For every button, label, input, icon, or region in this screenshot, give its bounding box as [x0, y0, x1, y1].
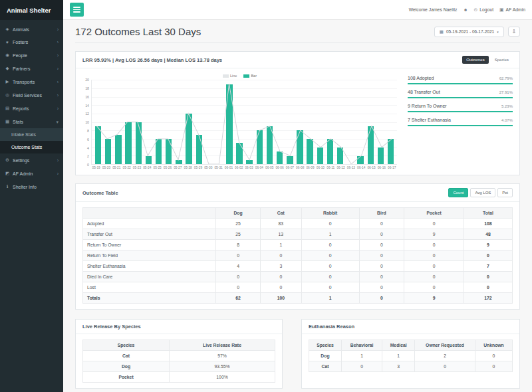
row-label: Died In Care [83, 272, 216, 282]
cell: 100% [170, 372, 275, 383]
date-range-value: 05-19-2021 - 06-17-2021 [446, 29, 494, 34]
column-header: Species [309, 340, 342, 351]
live-release-table: SpeciesLive Release RateCat97%Dog93.55%P… [82, 340, 275, 383]
outcome-summary-list: 108 Adopted62.79%48 Transfer Out27.91%9 … [408, 74, 513, 169]
summary-9-return-to-owner: 9 Return To Owner5.23% [408, 104, 513, 112]
row-label: Return To Owner [83, 240, 216, 250]
x-tick-label: 05-23 [132, 166, 142, 169]
bar-slot [234, 80, 244, 164]
outcome-table-title: Outcome Table [82, 190, 118, 196]
cell: 0 [359, 282, 404, 293]
sidebar-item-shelter-info[interactable]: ℹShelter Info [0, 180, 63, 193]
toggle-species[interactable]: Species [491, 56, 513, 64]
bar-05-22 [125, 122, 131, 165]
cell: 0 [404, 261, 464, 272]
summary-label: 48 Transfer Out [408, 90, 440, 94]
table-row: Shelter Euthanasia430007 [83, 261, 513, 272]
summary-pct: 4.07% [501, 118, 513, 122]
x-tick-label: 06-16 [376, 166, 386, 169]
bar-slot [93, 80, 103, 164]
bar-05-29 [196, 135, 202, 164]
column-header: Behavioral [341, 340, 382, 351]
table-body: Dog1120Cat0300 [309, 351, 513, 372]
sidebar-item-settings[interactable]: ⚙Settings› [0, 153, 63, 167]
legend-bar-item: Bar [243, 74, 257, 78]
logout-link[interactable]: ⊙Logout [474, 7, 494, 13]
tab-avg-los[interactable]: Avg LOS [470, 188, 495, 197]
cell: 0 [260, 250, 301, 261]
map-marker-icon: ◎ [5, 92, 10, 98]
bar-06-08 [297, 130, 303, 164]
tab-pct[interactable]: Pct [497, 188, 513, 197]
live-release-header: Live Release By Species [76, 320, 282, 334]
sidebar-item-people[interactable]: ◉People› [0, 49, 63, 62]
header-row: SpeciesLive Release Rate [83, 340, 275, 351]
cell: 0 [404, 282, 464, 293]
cell: 0 [359, 250, 404, 261]
cell: 48 [464, 229, 512, 240]
sidebar-item-outcome-stats[interactable]: Outcome Stats [0, 141, 63, 153]
sidebar-item-label: Animals [13, 27, 29, 32]
cell: 0 [404, 250, 464, 261]
sidebar-toggle-button[interactable] [70, 3, 84, 17]
x-tick-label: 06-02 [234, 166, 244, 169]
sidebar-item-field-services[interactable]: ◎Field Services› [0, 88, 63, 102]
bar-06-03 [246, 160, 252, 164]
bar-slot [154, 80, 164, 164]
column-header: Species [83, 340, 170, 351]
x-tick-label: 05-25 [152, 166, 162, 169]
bar-05-21 [115, 135, 121, 164]
cell: 9 [404, 293, 464, 304]
cell: 8 [216, 240, 261, 250]
date-range-picker[interactable]: ▦ 05-19-2021 - 06-17-2021 ▾ [434, 27, 504, 37]
tab-count[interactable]: Count [448, 188, 468, 197]
user-icon[interactable]: ☻ [463, 7, 467, 12]
sidebar-item-transports[interactable]: ▶Transports› [0, 75, 63, 88]
euthanasia-card: Euthanasia Reason SpeciesBehavioralMedic… [301, 319, 520, 389]
download-button[interactable]: ⇩ [508, 27, 520, 37]
x-tick-label: 06-10 [315, 166, 325, 169]
summary-row: 9 Return To Owner5.23% [408, 104, 513, 108]
cell: 0 [359, 219, 404, 229]
cell: 0 [301, 261, 359, 272]
toggle-outcomes[interactable]: Outcomes [462, 56, 488, 64]
brand[interactable]: Animal Shelter [0, 0, 63, 20]
sidebar-item-fosters[interactable]: ♥Fosters› [0, 36, 63, 49]
sidebar-item-af-admin[interactable]: ◩AF Admin› [0, 167, 63, 180]
sidebar-item-stats[interactable]: ▦Stats▾ [0, 115, 63, 128]
header-row: DogCatRabbitBirdPocketTotal [83, 208, 513, 219]
table-head: SpeciesLive Release Rate [83, 340, 275, 351]
bar-slot [224, 80, 234, 164]
af-admin-link[interactable]: ▣AF Admin [499, 7, 525, 13]
cell: 1 [301, 229, 359, 240]
cell: 0 [464, 250, 512, 261]
cell: 0 [301, 282, 359, 293]
shield-icon: ◩ [5, 171, 10, 176]
cell: 3 [260, 261, 301, 272]
sidebar-item-reports[interactable]: ▤Reports› [0, 102, 63, 115]
sidebar-item-label: AF Admin [13, 171, 33, 176]
x-tick-label: 06-04 [254, 166, 264, 169]
calendar-icon: ▦ [440, 29, 444, 35]
sidebar-item-animals[interactable]: ◈Animals› [0, 23, 63, 36]
sidebar-item-intake-stats[interactable]: Intake Stats [0, 128, 63, 141]
chevron-right-icon: › [57, 53, 59, 58]
bar-slot [124, 80, 134, 164]
bar-slot [144, 80, 154, 164]
legend-line-label: Line [230, 74, 237, 78]
live-release-title: Live Release By Species [82, 324, 141, 330]
y-tick-label: 18 [85, 86, 89, 90]
row-label: Transfer Out [83, 229, 216, 240]
legend-bar-swatch [243, 74, 249, 78]
bar-slot [325, 80, 335, 164]
app-root: Animal Shelter ◈Animals›♥Fosters›◉People… [0, 0, 532, 392]
euthanasia-table: SpeciesBehavioralMedicalOwner RequestedU… [309, 340, 513, 372]
cell: 0 [415, 361, 475, 372]
table-row: Died In Care000000 [83, 272, 513, 282]
bar-slot [134, 80, 144, 164]
bar-slot [335, 80, 345, 164]
sidebar-item-partners[interactable]: ◆Partners› [0, 62, 63, 75]
x-tick-label: 06-06 [275, 166, 285, 169]
cell: Cat [83, 351, 170, 361]
cell: 0 [475, 351, 512, 361]
